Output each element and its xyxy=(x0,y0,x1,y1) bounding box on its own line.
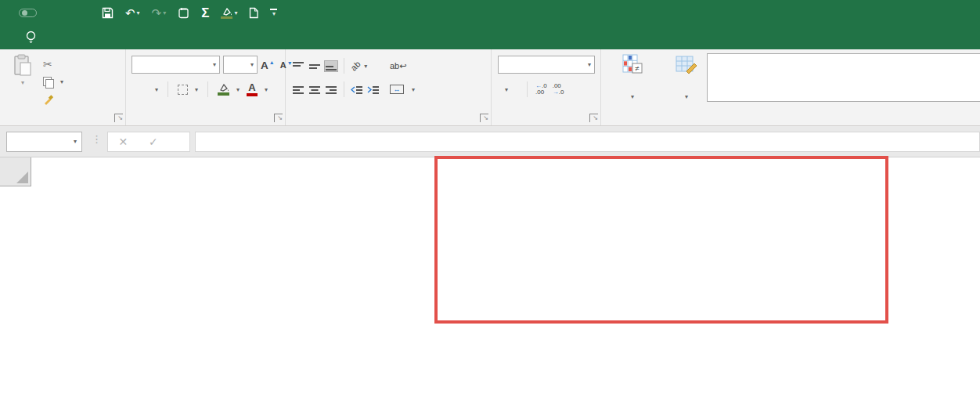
formula-bar-grip-icon[interactable]: ⋮ xyxy=(92,133,102,145)
wrap-text-icon: ab↩ xyxy=(390,61,406,71)
clipboard-group: ▾ ✂ ▾ ↘ xyxy=(0,49,126,125)
styles-group: ≠ ▾ ▾ xyxy=(601,49,980,125)
format-as-table-dropdown-icon[interactable]: ▾ xyxy=(685,93,688,100)
font-size-select[interactable]: ▾ xyxy=(223,56,258,74)
copy-dropdown-icon[interactable]: ▾ xyxy=(60,78,63,85)
orientation-dropdown-icon[interactable]: ▾ xyxy=(364,63,367,70)
paste-button[interactable]: ▾ xyxy=(5,53,41,119)
ribbon: ▾ ✂ ▾ ↘ ▾ ▾ xyxy=(0,49,980,126)
number-format-dropdown-icon[interactable]: ▾ xyxy=(588,56,591,73)
fill-color-dropdown-icon[interactable]: ▾ xyxy=(234,10,237,16)
fill-color-icon xyxy=(218,84,229,92)
copy-button[interactable]: ▾ xyxy=(43,73,63,91)
font-name-select[interactable]: ▾ xyxy=(132,56,220,74)
accounting-dropdown-icon[interactable]: ▾ xyxy=(505,86,508,93)
svg-text:≠: ≠ xyxy=(635,64,640,73)
number-format-select[interactable]: ▾ xyxy=(498,56,595,74)
align-left-button[interactable] xyxy=(292,85,304,95)
worksheet-grid xyxy=(0,157,980,405)
merge-center-button[interactable]: ↔ ▾ xyxy=(390,80,415,99)
paste-icon xyxy=(13,53,33,77)
autosave-toggle[interactable] xyxy=(14,0,37,26)
quick-access-toolbar: ↶▾ ↷▾ Σ ▾ ▾ xyxy=(102,0,277,26)
conditional-formatting-dropdown-icon[interactable]: ▾ xyxy=(631,93,634,100)
enter-icon[interactable]: ✓ xyxy=(149,136,158,148)
cut-icon: ✂ xyxy=(43,58,52,71)
merge-center-icon: ↔ xyxy=(390,85,404,94)
align-bottom-button[interactable] xyxy=(325,61,337,71)
alignment-dialog-launcher-icon[interactable]: ↘ xyxy=(480,114,488,122)
cell-styles-gallery xyxy=(707,53,980,102)
align-center-button[interactable] xyxy=(308,85,321,95)
align-top-button[interactable] xyxy=(292,61,304,71)
fill-bucket-icon xyxy=(221,8,232,16)
number-dialog-launcher-icon[interactable]: ↘ xyxy=(589,114,598,122)
decrease-indent-button[interactable] xyxy=(351,85,363,95)
select-all-button[interactable] xyxy=(0,157,31,186)
font-color-icon: A xyxy=(248,82,255,92)
redo-button[interactable]: ↷▾ xyxy=(152,7,167,19)
fill-color-swatch xyxy=(221,16,232,19)
conditional-formatting-icon: ≠ xyxy=(622,54,643,74)
increase-decimal-button[interactable]: ←.0.00 xyxy=(535,83,547,96)
borders-dropdown-icon[interactable]: ▾ xyxy=(195,86,198,93)
orientation-icon[interactable]: ab xyxy=(349,59,362,72)
fill-color-button[interactable] xyxy=(218,84,229,96)
cancel-icon[interactable]: ✕ xyxy=(118,136,128,148)
merge-center-dropdown-icon[interactable]: ▾ xyxy=(412,86,415,93)
copy-icon xyxy=(43,77,52,87)
tell-me-box[interactable] xyxy=(25,26,43,49)
conditional-formatting-button[interactable]: ≠ ▾ xyxy=(604,52,661,121)
formula-bar-row: ▾ ⋮ ✕ ✓ xyxy=(0,126,980,157)
name-box[interactable]: ▾ xyxy=(6,132,82,152)
autosum-icon[interactable]: Σ xyxy=(201,6,209,20)
increase-font-size-button[interactable]: A▲ xyxy=(261,60,275,71)
undo-button[interactable]: ↶▾ xyxy=(125,7,140,19)
excel-window: ↶▾ ↷▾ Σ ▾ ▾ xyxy=(0,0,980,405)
font-dialog-launcher-icon[interactable]: ↘ xyxy=(274,114,283,122)
alignment-group: ab ▾ ab↩ ↔ ▾ ↘ xyxy=(286,49,492,125)
decrease-decimal-button[interactable]: .00→.0 xyxy=(553,83,564,96)
fill-color-qat-button[interactable]: ▾ xyxy=(221,8,237,19)
autosave-dot-icon xyxy=(22,10,27,16)
format-painter-button[interactable] xyxy=(43,91,57,109)
format-as-table-button[interactable]: ▾ xyxy=(664,52,709,121)
font-color-dropdown-icon[interactable]: ▾ xyxy=(265,86,268,93)
formula-bar-buttons: ✕ ✓ xyxy=(107,132,190,152)
name-box-dropdown-icon[interactable]: ▾ xyxy=(74,132,77,151)
font-name-dropdown-icon[interactable]: ▾ xyxy=(213,56,216,73)
font-size-dropdown-icon[interactable]: ▾ xyxy=(250,56,254,73)
ribbon-tab-row xyxy=(0,26,980,49)
annotation-red-rectangle xyxy=(434,156,888,324)
borders-icon[interactable] xyxy=(178,85,188,95)
save-icon[interactable] xyxy=(102,7,113,19)
lightbulb-icon xyxy=(25,31,37,45)
cut-button[interactable]: ✂ xyxy=(43,55,56,73)
format-as-table-icon xyxy=(676,54,697,74)
redo-dropdown-icon[interactable]: ▾ xyxy=(163,10,166,16)
fill-color-dropdown-icon[interactable]: ▾ xyxy=(236,86,240,93)
wrap-text-button[interactable]: ab↩ xyxy=(390,56,410,75)
number-group: ▾ ▾ ←.0.00 .00→.0 ↘ xyxy=(492,49,601,125)
customize-quick-access-icon[interactable]: ▾ xyxy=(270,9,277,17)
paste-dropdown-icon[interactable]: ▾ xyxy=(5,79,41,86)
autosave-pill[interactable] xyxy=(19,9,37,17)
increase-indent-button[interactable] xyxy=(367,85,380,95)
new-file-icon[interactable] xyxy=(249,7,258,19)
font-color-button[interactable]: A xyxy=(247,82,258,96)
font-group: ▾ ▾ A▲ A▼ ▾ ▾ ▾ xyxy=(126,49,286,125)
titlebar: ↶▾ ↷▾ Σ ▾ ▾ xyxy=(0,0,980,26)
undo-dropdown-icon[interactable]: ▾ xyxy=(137,10,140,16)
formula-input[interactable] xyxy=(195,132,980,152)
format-painter-icon xyxy=(43,95,53,105)
select-all-triangle-icon xyxy=(16,172,28,183)
clipboard-dialog-launcher-icon[interactable]: ↘ xyxy=(114,114,123,122)
align-middle-button[interactable] xyxy=(308,61,321,71)
align-right-button[interactable] xyxy=(325,85,337,95)
touch-mode-icon[interactable] xyxy=(178,7,189,19)
underline-dropdown-icon[interactable]: ▾ xyxy=(155,86,158,93)
